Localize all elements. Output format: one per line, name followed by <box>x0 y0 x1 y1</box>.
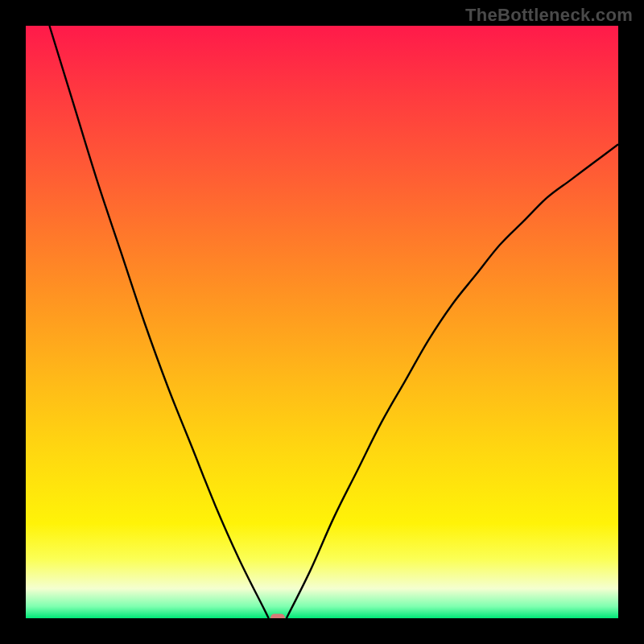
curve-svg <box>26 26 618 618</box>
bottleneck-curve-right <box>287 144 618 618</box>
optimum-marker <box>270 614 285 619</box>
bottleneck-curve-left <box>49 26 268 618</box>
chart-frame: TheBottleneck.com <box>0 0 644 644</box>
plot-area <box>26 26 618 618</box>
watermark-text: TheBottleneck.com <box>465 5 633 26</box>
